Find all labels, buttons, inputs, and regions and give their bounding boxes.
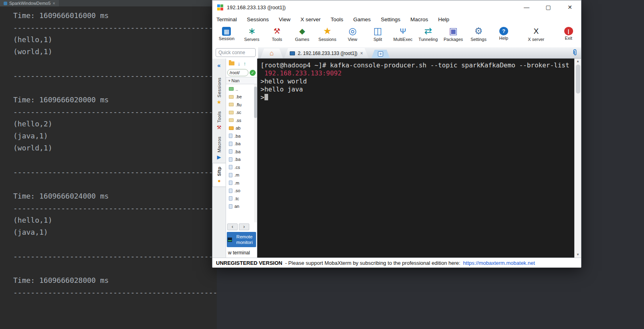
console-line: ----------------------------------------…: [13, 70, 217, 82]
menu-item[interactable]: Macros: [410, 16, 428, 22]
menu-item[interactable]: Settings: [381, 16, 400, 22]
sidebar-tab-icon: ▶: [217, 154, 221, 160]
file-name: .sc: [236, 110, 241, 115]
mobatek-link[interactable]: https://mobaxterm.mobatek.net: [463, 260, 535, 266]
toolbar-button[interactable]: ▣ Packages: [441, 26, 466, 42]
file-icon: [229, 149, 232, 154]
mobaxterm-logo-icon: [217, 4, 223, 10]
terminal-scrollbar[interactable]: ▲ ▼: [574, 59, 581, 258]
menu-item[interactable]: Help: [438, 16, 449, 22]
file-icon: [229, 134, 232, 138]
forward-button[interactable]: ›: [239, 223, 249, 230]
file-row[interactable]: .sc: [226, 109, 257, 117]
file-row[interactable]: .so: [226, 187, 257, 195]
console-line: Time: 1609666024000 ms: [13, 190, 217, 202]
toolbar-button[interactable]: ▦ Session: [214, 26, 239, 41]
title-bar[interactable]: 192.168.233.133 ([root1]) — ▢ ✕: [212, 0, 581, 14]
sidebar-tab-icon: ●: [218, 178, 221, 183]
left-sidebar: « Sessions ★ Tools ⚒: [212, 59, 226, 258]
close-icon[interactable]: ×: [52, 1, 55, 6]
file-name: .ba: [234, 134, 240, 138]
back-button[interactable]: ‹: [227, 223, 238, 230]
sidebar-tab[interactable]: Tools ⚒: [212, 108, 226, 133]
toolbar-button[interactable]: ◆ Games: [290, 26, 315, 42]
toolbar-button[interactable]: Ψ MultiExec: [390, 26, 416, 42]
maximize-button[interactable]: ▢: [544, 4, 552, 10]
toolbar-button[interactable]: ⚙ Settings: [466, 26, 491, 42]
sidebar-tab[interactable]: Sessions ★: [212, 74, 226, 108]
collapse-sidebar-icon[interactable]: «: [217, 62, 220, 69]
console-line: (hello,2): [13, 118, 217, 130]
toolbar-button[interactable]: ? Help: [491, 26, 516, 41]
file-row[interactable]: .cs: [226, 163, 257, 171]
toolbar-button[interactable]: ★ Sessions: [315, 26, 340, 42]
toolbar-button[interactable]: X X server: [523, 26, 549, 42]
close-button[interactable]: ✕: [566, 4, 574, 10]
file-list-header[interactable]: ▾ Nan: [226, 77, 257, 84]
file-row[interactable]: .flu: [226, 101, 257, 109]
toolbar-label: Packages: [444, 37, 463, 42]
file-row[interactable]: .m: [226, 171, 257, 179]
toolbar-button[interactable]: | Exit: [556, 26, 581, 41]
file-row[interactable]: .ba: [226, 156, 257, 164]
file-row[interactable]: an: [226, 203, 257, 211]
file-row[interactable]: .tc: [226, 195, 257, 203]
new-tab-button[interactable]: +: [371, 50, 390, 58]
menu-item[interactable]: X server: [301, 16, 321, 22]
toolbar-button[interactable]: ◎ View: [340, 26, 365, 42]
toolbar-button[interactable]: ◫ Split: [365, 26, 390, 42]
terminal[interactable]: [root@hadoop4 ~]# kafka-console-producer…: [257, 59, 574, 258]
console-line: ----------------------------------------…: [13, 202, 217, 214]
file-row[interactable]: .be: [226, 93, 257, 101]
sidebar-tab-label: Macros: [217, 136, 222, 152]
file-row[interactable]: ..: [226, 85, 257, 93]
file-icon: [229, 111, 234, 114]
file-row[interactable]: ab: [226, 124, 257, 132]
folder-icon[interactable]: [229, 61, 234, 65]
terminal-line: >hello world: [260, 77, 574, 85]
sidebar-tab[interactable]: Macros ▶: [212, 133, 226, 163]
download-icon[interactable]: ↓: [238, 61, 240, 67]
session-tab-active[interactable]: 2. 192.168.233.133 ([root1]) ×: [284, 48, 369, 58]
menu-item[interactable]: Terminal: [216, 16, 237, 22]
console-line: (world,1): [13, 142, 217, 154]
file-icon: [229, 189, 232, 193]
file-icon: [229, 118, 234, 122]
attachment-paperclip-icon[interactable]: [572, 49, 578, 57]
menu-item[interactable]: Sessions: [247, 16, 269, 22]
file-row[interactable]: .ba: [226, 132, 257, 140]
scroll-down-icon[interactable]: ▼: [576, 253, 579, 257]
sidebar-tab[interactable]: Sftp ●: [212, 163, 226, 187]
plus-icon: +: [378, 51, 383, 57]
terminal-scrollbar-thumb[interactable]: [576, 65, 580, 93]
file-row[interactable]: .ba: [226, 140, 257, 148]
file-name: .tc: [234, 196, 239, 201]
menu-item[interactable]: Tools: [331, 16, 343, 22]
upload-icon[interactable]: ↑: [244, 61, 246, 67]
home-tab[interactable]: ⌂: [260, 49, 283, 58]
sftp-panel: ↓ ↑ /root/ ✓ ▾ Nan ..: [226, 59, 257, 258]
desktop: SparkWindowDemo5 × Time: 1609666016000 m…: [0, 0, 644, 329]
file-row[interactable]: .ba: [226, 148, 257, 156]
menu-item[interactable]: Games: [353, 16, 371, 22]
terminal-prompt-line: >: [260, 93, 574, 102]
new-terminal-label[interactable]: w terminal: [226, 248, 257, 258]
file-row[interactable]: .ss: [226, 116, 257, 124]
sftp-scrollbar-thumb[interactable]: [254, 87, 257, 118]
quick-connect-input[interactable]: [216, 48, 256, 57]
console-line: ----------------------------------------…: [13, 22, 217, 34]
toolbar-button[interactable]: ∗ Servers: [239, 26, 264, 42]
terminal-cursor: [264, 94, 268, 100]
toolbar-icon: ▣: [449, 26, 458, 37]
minimize-button[interactable]: —: [523, 4, 531, 10]
menu-item[interactable]: View: [279, 16, 291, 22]
toolbar-button[interactable]: ⚒ Tools: [264, 26, 290, 42]
tab-close-icon[interactable]: ×: [360, 51, 363, 56]
sftp-path-field[interactable]: /root/: [227, 69, 248, 76]
scroll-up-icon[interactable]: ▲: [576, 59, 579, 63]
file-row[interactable]: .m: [226, 179, 257, 187]
toolbar-button[interactable]: ⇄ Tunneling: [416, 26, 441, 42]
remote-monitoring-button[interactable]: Remote monitori: [227, 232, 256, 247]
sftp-scrollbar[interactable]: [254, 84, 257, 222]
ide-editor-tab[interactable]: SparkWindowDemo5 ×: [0, 0, 59, 6]
